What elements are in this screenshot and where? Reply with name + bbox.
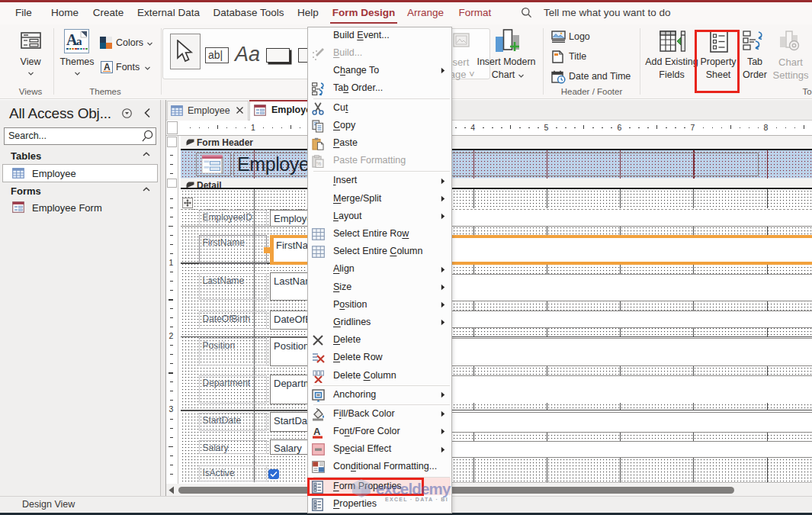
svg-text:exceldemy: exceldemy	[376, 480, 451, 497]
svg-text:%: %	[316, 161, 321, 166]
svg-text:A: A	[313, 426, 321, 437]
svg-text:EXCEL · DATA · BI: EXCEL · DATA · BI	[385, 497, 448, 502]
svg-text:a: a	[76, 35, 82, 47]
